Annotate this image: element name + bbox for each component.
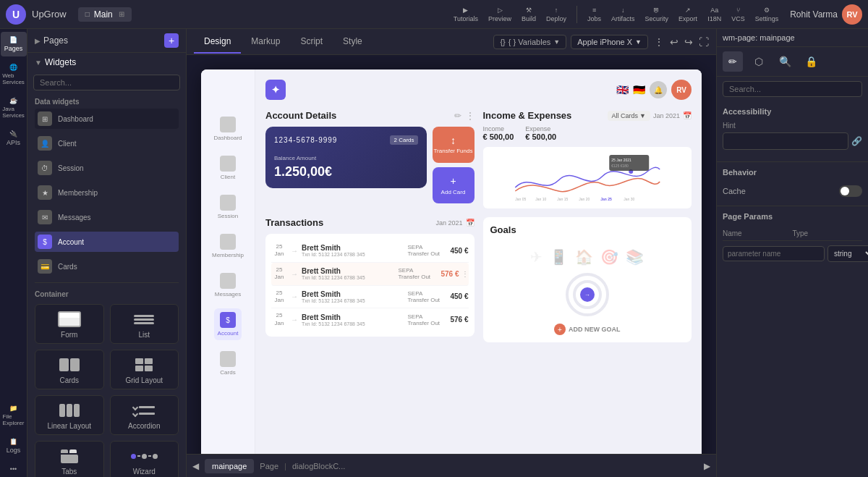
grid-layout-icon <box>131 356 157 373</box>
user-avatar[interactable]: RV <box>842 4 862 25</box>
account-edit-icon[interactable]: ✏ <box>454 111 461 121</box>
props-tab[interactable]: ✏ <box>723 51 743 72</box>
vcs-action[interactable]: ⑂VCS <box>731 7 745 22</box>
param-type-select[interactable]: string number boolean date <box>827 245 868 262</box>
main-layout: 📄 Pages 🌐 Web Services ☕ Java Services 🔌… <box>0 29 868 477</box>
add-card-button[interactable]: + Add Card <box>433 167 475 203</box>
txn-more-2[interactable]: ⋮ <box>461 270 469 278</box>
svg-text:Jan 05: Jan 05 <box>515 197 526 201</box>
preview-action[interactable]: ▷Preview <box>488 7 511 22</box>
deploy-action[interactable]: ↑Deploy <box>546 7 566 22</box>
fullscreen-icon[interactable]: ⛶ <box>699 36 709 48</box>
table-row: 25Jan → Brett Smith Txn Id: 5132 1234 67… <box>271 263 469 286</box>
phone-nav-messages-label: Messages <box>215 291 241 297</box>
phone-sidebar-widget-client[interactable]: 👤 Client <box>35 133 179 153</box>
widget-list[interactable]: List <box>110 304 179 344</box>
phone-nav-dashboard[interactable]: Dashboard <box>210 113 245 145</box>
phone-nav-session[interactable]: Session <box>214 191 242 223</box>
widgets-header[interactable]: ▼ Widgets <box>27 53 186 72</box>
widget-linear-layout[interactable]: Linear Layout <box>35 395 104 435</box>
param-name-input[interactable] <box>723 246 825 261</box>
page-item[interactable]: Page <box>260 462 278 470</box>
undo-icon[interactable]: ↩ <box>670 36 678 48</box>
membership-icon: ★ <box>38 185 52 200</box>
security-tab[interactable]: 🔒 <box>801 51 821 72</box>
sidebar-item-logs[interactable]: 📋 Logs <box>1 434 27 458</box>
phone-sidebar-widget-membership[interactable]: ★ Membership <box>35 182 179 203</box>
phone-sidebar-widget-cards[interactable]: 💳 Cards <box>35 256 179 277</box>
pages-icon: 📄 <box>9 36 17 43</box>
device-selector[interactable]: Apple iPhone X ▼ <box>571 35 648 49</box>
file-tab[interactable]: □ Main ⊞ <box>78 7 132 22</box>
right-search-input[interactable] <box>723 81 862 97</box>
phone-sidebar-widget-session[interactable]: ⏱ Session <box>35 158 179 178</box>
redo-icon[interactable]: ↪ <box>684 36 693 48</box>
widget-accordion[interactable]: Accordion <box>110 395 179 435</box>
widget-grid-layout[interactable]: Grid Layout <box>110 350 179 389</box>
phone-nav-account[interactable]: $ Account <box>214 308 242 340</box>
phone-sidebar-widget-messages[interactable]: ✉ Messages <box>35 207 179 227</box>
export-action[interactable]: ↗Export <box>678 7 697 22</box>
i18n-action[interactable]: AaI18N <box>707 7 721 22</box>
web-services-label: Web Services <box>2 72 25 85</box>
events-tab[interactable]: 🔍 <box>775 51 795 72</box>
add-goal-button[interactable]: + ADD NEW GOAL <box>490 324 685 335</box>
styles-tab[interactable]: ⬡ <box>749 51 769 72</box>
calendar-icon[interactable]: 📅 <box>683 111 692 119</box>
cache-toggle[interactable] <box>839 185 862 197</box>
cards-filter[interactable]: All Cards ▼ <box>608 111 650 121</box>
settings-action[interactable]: ⚙Settings <box>755 7 779 22</box>
wizard-icon <box>131 447 157 465</box>
dialog-block-item[interactable]: dialogBlockC... <box>292 462 345 470</box>
sidebar-item-pages[interactable]: 📄 Pages <box>1 32 27 56</box>
canvas-scroll[interactable]: Dashboard Client Session <box>187 55 716 454</box>
account-more-icon[interactable]: ⋮ <box>466 111 475 121</box>
phone-nav-client[interactable]: Client <box>216 152 239 184</box>
phone-sidebar-widget-account[interactable]: $ Account <box>35 232 179 252</box>
phone-nav-cards[interactable]: Cards <box>216 347 239 379</box>
sidebar-item-apis[interactable]: 🔌 APIs <box>1 126 27 151</box>
widget-wizard[interactable]: Wizard <box>110 441 179 477</box>
hint-input[interactable] <box>723 132 848 150</box>
mainpage-tab[interactable]: mainpage <box>205 459 254 473</box>
widget-search-input[interactable] <box>33 75 180 90</box>
build-action[interactable]: ⚒Build <box>522 7 536 22</box>
sidebar-item-more[interactable]: ••• <box>1 461 27 477</box>
artifacts-label: Artifacts <box>611 15 635 22</box>
sidebar-item-file-explorer[interactable]: 📁 File Explorer <box>1 400 27 431</box>
tab-style[interactable]: Style <box>333 30 373 54</box>
sidebar-item-web-services[interactable]: 🌐 Web Services <box>1 59 27 90</box>
params-table-header: Name Type <box>723 227 862 241</box>
jobs-action[interactable]: ≡Jobs <box>587 7 601 22</box>
tab-design[interactable]: Design <box>194 30 241 54</box>
income-title: Income & Expenses <box>483 110 572 121</box>
link-icon[interactable]: 🔗 <box>851 136 862 146</box>
security-action[interactable]: ⛨Security <box>645 7 669 22</box>
phone-nav-membership[interactable]: Membership <box>208 230 247 262</box>
transfer-button[interactable]: ↕ Transfer Funds <box>433 127 475 163</box>
apis-icon: 🔌 <box>9 130 17 138</box>
transactions-calendar-icon[interactable]: 📅 <box>466 219 475 227</box>
add-page-button[interactable]: + <box>164 33 179 48</box>
canvas-next-icon[interactable]: ▶ <box>704 461 710 471</box>
tab-markup[interactable]: Markup <box>241 30 290 54</box>
widget-tabs[interactable]: Tabs <box>35 441 104 477</box>
tutorials-action[interactable]: ▶Tutorials <box>454 7 478 22</box>
account-header: Account Details ✏ ⋮ <box>265 110 475 121</box>
canvas-prev-icon[interactable]: ◀ <box>192 461 199 471</box>
tab-script[interactable]: Script <box>290 30 333 54</box>
tutorials-label: Tutorials <box>454 15 478 22</box>
sidebar-item-java-services[interactable]: ☕ Java Services <box>1 93 27 123</box>
widget-cards[interactable]: Cards <box>35 350 104 389</box>
phone-nav-messages[interactable]: Messages <box>211 269 244 301</box>
phone-sidebar-widget-dashboard[interactable]: ⊞ Dashboard <box>35 109 179 129</box>
artifacts-action[interactable]: ↓Artifacts <box>611 7 635 22</box>
overflow-menu-icon[interactable]: ⋮ <box>654 36 664 48</box>
tabs-label: Tabs <box>61 468 77 476</box>
phone-nav-dashboard-label: Dashboard <box>213 135 242 141</box>
txn-amount-1: 450 € <box>450 247 468 255</box>
widget-form[interactable]: Form <box>35 304 104 344</box>
list-label: List <box>138 331 150 339</box>
variables-button[interactable]: {} { } Variables ▼ <box>493 35 566 49</box>
phone-nav-membership-label: Membership <box>212 252 244 258</box>
